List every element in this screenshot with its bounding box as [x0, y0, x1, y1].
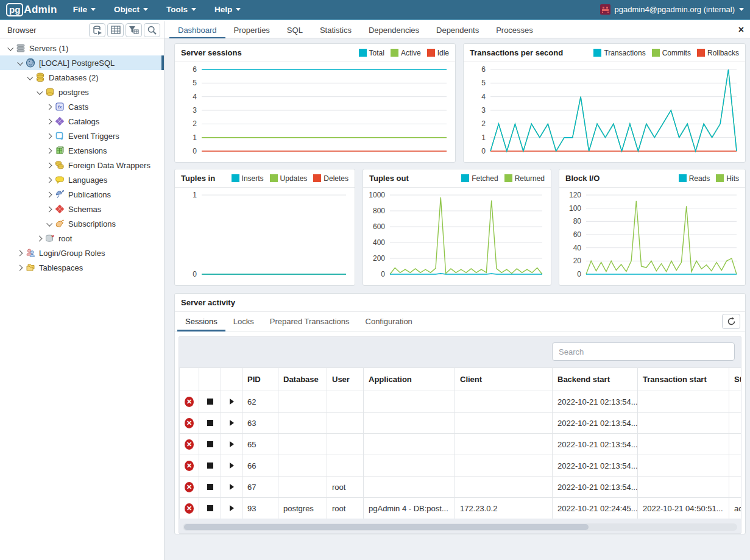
legend-swatch: [716, 174, 724, 182]
legend-swatch: [313, 174, 321, 182]
menu-label: Tools: [166, 5, 188, 14]
chart-legend: TotalActiveIdle: [359, 49, 449, 57]
cell-state: [729, 455, 741, 477]
tree-item-postgres[interactable]: postgres: [0, 85, 164, 99]
activity-tab-prepared-transactions[interactable]: Prepared Transactions: [262, 312, 358, 331]
tree-item-subscriptions[interactable]: Subscriptions: [0, 216, 164, 231]
tree-item-label: Databases (2): [49, 73, 99, 82]
expand-arrow-icon[interactable]: [44, 178, 54, 182]
search-objects-button[interactable]: [144, 23, 160, 37]
tab-dependents[interactable]: Dependents: [428, 21, 487, 38]
expand-row-icon[interactable]: [230, 399, 234, 405]
y-tick-label: 5: [193, 79, 197, 87]
filtered-rows-button[interactable]: [126, 23, 142, 37]
y-tick-label: 0: [381, 270, 385, 278]
tree-item-login-group-roles[interactable]: Login/Group Roles: [0, 246, 164, 260]
expand-arrow-icon[interactable]: [44, 193, 54, 197]
tab-sql[interactable]: SQL: [278, 21, 311, 38]
expand-row-icon[interactable]: [230, 441, 234, 447]
collapse-arrow-icon[interactable]: [5, 46, 15, 51]
tree-item-event-triggers[interactable]: Event Triggers: [0, 129, 164, 143]
column-header-sta: Sta: [729, 368, 741, 391]
user-menu[interactable]: pgadmin4@pgadmin.org (internal): [600, 4, 744, 15]
menu-file[interactable]: File: [73, 5, 96, 14]
expand-arrow-icon[interactable]: [15, 251, 24, 255]
collapse-arrow-icon[interactable]: [44, 222, 54, 226]
tree-item-languages[interactable]: Languages: [0, 172, 164, 187]
chevron-down-icon: [37, 88, 43, 94]
expand-arrow-icon[interactable]: [44, 163, 54, 168]
tab-processes[interactable]: Processes: [487, 21, 542, 38]
collapse-arrow-icon[interactable]: [34, 90, 44, 94]
expand-arrow-icon[interactable]: [44, 105, 54, 109]
expand-arrow-icon[interactable]: [44, 149, 54, 153]
expand-arrow-icon[interactable]: [44, 207, 54, 211]
tree-item-local-postgresql[interactable]: [LOCAL] PostgreSQL: [0, 55, 164, 70]
object-browser-icon: [93, 26, 102, 35]
terminate-session-icon[interactable]: [207, 420, 213, 426]
search-input[interactable]: [552, 342, 735, 361]
tab-dashboard[interactable]: Dashboard: [169, 21, 225, 38]
cancel-session-icon[interactable]: ✕: [185, 418, 194, 428]
expand-row-icon[interactable]: [230, 484, 234, 490]
object-browser-button[interactable]: [89, 23, 105, 37]
y-tick-label: 6: [193, 65, 197, 74]
tree-item-tablespaces[interactable]: Tablespaces: [0, 260, 164, 275]
tree-item-databases-2[interactable]: Databases (2): [0, 70, 164, 85]
cancel-session-icon[interactable]: ✕: [185, 397, 194, 407]
cancel-session-icon[interactable]: ✕: [185, 503, 194, 514]
tree-item-casts[interactable]: fxCasts: [0, 99, 164, 114]
tree-item-servers-1[interactable]: Servers (1): [0, 41, 164, 55]
terminate-session-icon[interactable]: [207, 463, 213, 469]
terminate-session-icon[interactable]: [207, 399, 213, 405]
cancel-session-icon[interactable]: ✕: [185, 461, 194, 471]
expand-row-icon[interactable]: [230, 505, 234, 511]
tree-item-extensions[interactable]: Extensions: [0, 143, 164, 158]
cell-backend_start: 2022-10-21 02:13:54...: [553, 477, 638, 498]
tab-dependencies[interactable]: Dependencies: [360, 21, 428, 38]
expand-row-icon[interactable]: [230, 463, 234, 469]
tab-statistics[interactable]: Statistics: [311, 21, 360, 38]
cancel-session-icon[interactable]: ✕: [185, 439, 194, 450]
tree-item-catalogs[interactable]: Catalogs: [0, 114, 164, 129]
column-header-backend-start: Backend start: [553, 368, 638, 391]
collapse-arrow-icon[interactable]: [24, 76, 34, 80]
tree-item-schemas[interactable]: Schemas: [0, 202, 164, 216]
activity-tab-sessions[interactable]: Sessions: [177, 312, 225, 331]
browser-toolbar: [89, 23, 160, 37]
cell-user: [327, 455, 364, 477]
menu-help[interactable]: Help: [214, 5, 241, 14]
terminate-session-icon[interactable]: [207, 505, 213, 511]
menu-tools[interactable]: Tools: [166, 5, 196, 14]
cancel-session-icon[interactable]: ✕: [185, 482, 194, 492]
y-tick-label: 100: [569, 204, 581, 213]
refresh-button[interactable]: [722, 314, 740, 329]
chevron-right-icon: [46, 104, 52, 110]
chevron-down-icon: [236, 8, 241, 11]
activity-tab-locks[interactable]: Locks: [225, 312, 262, 331]
tree-item-root[interactable]: ×root: [0, 231, 164, 246]
legend-label: Transactions: [604, 49, 645, 57]
tree-item-foreign-data-wrappers[interactable]: Foreign Data Wrappers: [0, 158, 164, 172]
close-icon[interactable]: ×: [738, 24, 744, 36]
collapse-arrow-icon[interactable]: [15, 61, 24, 65]
expand-arrow-icon[interactable]: [44, 119, 54, 124]
menu-object[interactable]: Object: [114, 5, 148, 14]
expand-arrow-icon[interactable]: [15, 266, 24, 270]
chart-title: Tuples in: [181, 174, 232, 183]
cell-pid: 66: [242, 455, 278, 477]
activity-tab-configuration[interactable]: Configuration: [358, 312, 420, 331]
expand-arrow-icon[interactable]: [44, 134, 54, 138]
horizontal-scrollbar-thumb[interactable]: [184, 524, 589, 530]
tree-item-label: Login/Group Roles: [39, 249, 105, 258]
terminate-session-icon[interactable]: [207, 441, 213, 447]
tab-properties[interactable]: Properties: [225, 21, 278, 38]
expand-row-icon[interactable]: [230, 420, 234, 426]
expand-arrow-icon[interactable]: [34, 236, 44, 241]
view-data-button[interactable]: [107, 23, 124, 37]
tree-item-publications[interactable]: Publications: [0, 187, 164, 202]
terminate-session-icon[interactable]: [207, 484, 213, 490]
legend-item: Inserts: [232, 174, 264, 183]
cell-state: [729, 434, 741, 455]
chevron-right-icon: [46, 133, 52, 139]
